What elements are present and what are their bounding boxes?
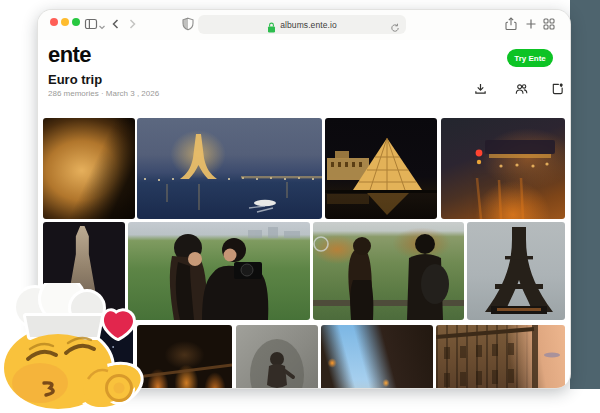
rainy-street-scene xyxy=(441,118,565,219)
photo-tile[interactable] xyxy=(441,118,565,219)
backdrop-strip xyxy=(570,0,600,389)
chevron-down-icon[interactable] xyxy=(98,19,106,35)
eiffel-below-scene xyxy=(467,222,565,320)
couple-camera-scene xyxy=(128,222,310,320)
zoom-button[interactable] xyxy=(72,18,80,26)
autumn-park-scene xyxy=(313,222,464,320)
chef-kiss-emoji-sticker xyxy=(0,283,150,411)
photo-tile[interactable] xyxy=(128,222,310,320)
browser-toolbar: albums.ente.io xyxy=(38,10,570,40)
photo-tile[interactable] xyxy=(137,325,232,388)
sunset-facade-scene xyxy=(436,325,565,388)
minimize-button[interactable] xyxy=(61,18,69,26)
photo-tile[interactable] xyxy=(467,222,565,320)
new-tab-icon[interactable] xyxy=(524,16,538,32)
album-title: Euro trip xyxy=(48,72,102,87)
photo-tile[interactable] xyxy=(436,325,565,388)
forward-icon[interactable] xyxy=(125,16,139,32)
reload-icon[interactable] xyxy=(390,19,400,30)
download-icon[interactable] xyxy=(474,82,487,96)
photo-tile[interactable] xyxy=(43,118,135,219)
eiffel-river-scene xyxy=(137,118,322,219)
photo-tile[interactable] xyxy=(313,222,464,320)
photo-tile[interactable] xyxy=(236,325,318,388)
tab-overview-icon[interactable] xyxy=(542,16,556,32)
people-icon[interactable] xyxy=(515,82,528,96)
louvre-pyramid-scene xyxy=(325,118,437,219)
ente-logo: ente xyxy=(48,42,91,68)
share-icon[interactable] xyxy=(504,16,518,32)
try-ente-button[interactable]: Try Ente xyxy=(507,49,553,67)
sidebar-icon[interactable] xyxy=(84,16,98,32)
address-bar[interactable]: albums.ente.io xyxy=(198,15,406,34)
back-icon[interactable] xyxy=(109,16,123,32)
album-meta: 286 memories · March 3 , 2026 xyxy=(48,89,159,98)
privacy-shield-icon[interactable] xyxy=(181,16,195,32)
address-url: albums.ente.io xyxy=(280,20,337,30)
close-button[interactable] xyxy=(50,18,58,26)
night-bridge-scene xyxy=(137,325,232,388)
photo-tile[interactable] xyxy=(137,118,322,219)
album-heart-icon[interactable] xyxy=(551,82,564,96)
manneken-pis-scene xyxy=(236,325,318,388)
photo-tile[interactable] xyxy=(325,118,437,219)
photo-tile[interactable] xyxy=(321,325,433,388)
lock-icon xyxy=(267,19,276,30)
